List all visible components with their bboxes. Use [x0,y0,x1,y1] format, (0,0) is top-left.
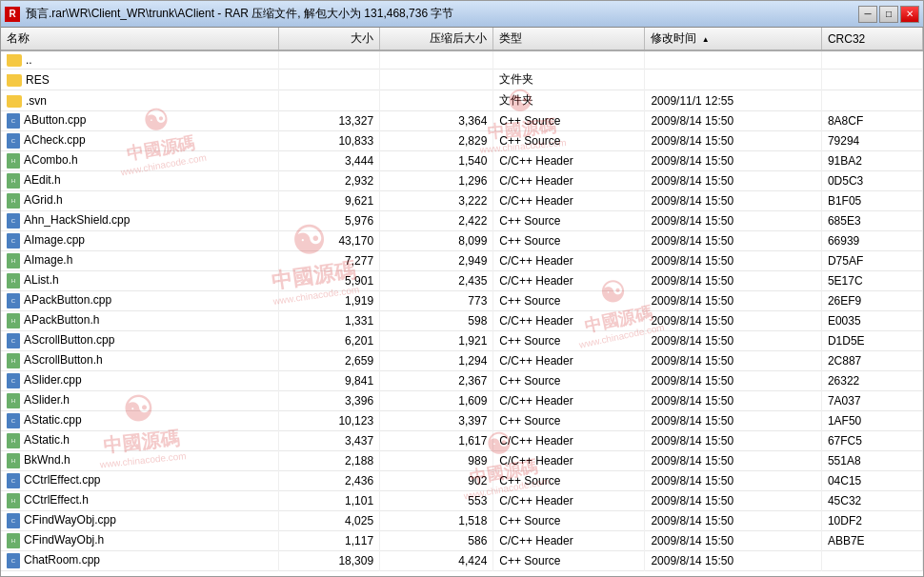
cell-modified: 2009/8/14 15:50 [645,151,822,171]
col-modified[interactable]: 修改时间 ▲ [645,28,822,50]
title-bar: R 预言.rar\WR\Client_WR\trunk\AClient - RA… [1,1,923,28]
cell-type: C/C++ Header [493,311,645,331]
cell-name: CAStatic.cpp [1,411,279,431]
cell-name: HAList.h [1,271,279,291]
rar-window: R 预言.rar\WR\Client_WR\trunk\AClient - RA… [0,0,924,577]
table-row[interactable]: CACheck.cpp10,8332,829C++ Source2009/8/1… [1,131,923,151]
table-row[interactable]: .svn文件夹2009/11/1 12:55 [1,90,923,111]
cell-type: C/C++ Header [493,251,645,271]
cell-name: HCCtrlEffect.h [1,491,279,511]
cell-modified: 2009/11/1 12:55 [645,90,822,111]
cell-compressed: 2,422 [380,211,493,231]
cell-compressed: 1,617 [380,431,493,451]
cell-compressed: 3,364 [380,111,493,131]
table-row[interactable]: CAScrollButton.cpp6,2011,921C++ Source20… [1,331,923,351]
cell-size: 6,201 [279,331,380,351]
table-row[interactable]: RES文件夹 [1,70,923,90]
cell-name: HASlider.h [1,391,279,411]
col-size[interactable]: 大小 [279,28,380,50]
table-row[interactable]: CASlider.cpp9,8412,367C++ Source2009/8/1… [1,371,923,391]
cell-name: .svn [1,90,279,111]
cell-name: CChatRoom.cpp [1,551,279,571]
cell-crc: 8A8CF [821,111,922,131]
cell-type: C++ Source [493,371,645,391]
cell-modified: 2009/8/14 15:50 [645,131,822,151]
table-row[interactable]: CAhn_HackShield.cpp5,9762,422C++ Source2… [1,211,923,231]
cell-compressed [380,90,493,111]
cell-type: C/C++ Header [493,191,645,211]
table-header-row: 名称 大小 压缩后大小 类型 修改时间 ▲ [1,28,923,50]
cell-compressed: 2,829 [380,131,493,151]
cell-crc: 1AF50 [821,411,922,431]
cell-crc: 45C32 [821,491,922,511]
cell-size: 2,188 [279,451,380,471]
cell-size: 2,659 [279,351,380,371]
cell-type: C++ Source [493,511,645,531]
table-row[interactable]: CCCtrlEffect.cpp2,436902C++ Source2009/8… [1,471,923,491]
table-row[interactable]: HAPackButton.h1,331598C/C++ Header2009/8… [1,311,923,331]
cell-name: HAImage.h [1,251,279,271]
cell-compressed: 2,367 [380,371,493,391]
cell-modified: 2009/8/14 15:50 [645,211,822,231]
cell-type: C/C++ Header [493,271,645,291]
table-row[interactable]: CAPackButton.cpp1,919773C++ Source2009/8… [1,291,923,311]
table-row[interactable]: HCFindWayObj.h1,117586C/C++ Header2009/8… [1,531,923,551]
table-row[interactable]: CChatRoom.cpp18,3094,424C++ Source2009/8… [1,551,923,571]
cell-crc: 66939 [821,231,922,251]
table-row[interactable]: HBkWnd.h2,188989C/C++ Header2009/8/14 15… [1,451,923,471]
close-button[interactable]: ✕ [900,6,919,23]
cell-crc: E0035 [821,311,922,331]
window-controls: ─ □ ✕ [858,6,919,23]
table-row[interactable]: HAList.h5,9012,435C/C++ Header2009/8/14 … [1,271,923,291]
table-row[interactable]: HAImage.h7,2772,949C/C++ Header2009/8/14… [1,251,923,271]
cell-compressed [380,50,493,70]
cell-name: CASlider.cpp [1,371,279,391]
cell-name: CACheck.cpp [1,131,279,151]
col-type[interactable]: 类型 [493,28,645,50]
cell-size [279,50,380,70]
cell-size: 1,101 [279,491,380,511]
table-row[interactable]: .. [1,50,923,70]
cell-size: 9,621 [279,191,380,211]
cell-crc [821,551,922,571]
cell-compressed: 598 [380,311,493,331]
table-row[interactable]: HAGrid.h9,6213,222C/C++ Header2009/8/14 … [1,191,923,211]
cell-type: 文件夹 [493,90,645,111]
cell-type: C++ Source [493,551,645,571]
minimize-button[interactable]: ─ [858,6,877,23]
cell-compressed: 1,921 [380,331,493,351]
table-row[interactable]: CCFindWayObj.cpp4,0251,518C++ Source2009… [1,511,923,531]
cell-compressed: 1,609 [380,391,493,411]
cell-modified: 2009/8/14 15:50 [645,391,822,411]
cell-size: 10,123 [279,411,380,431]
cell-type: C++ Source [493,231,645,251]
cell-size: 4,025 [279,511,380,531]
table-container[interactable]: ☯ 中國源碼 www.chinacode.com ☯ 中國源碼 www.chin… [1,28,923,576]
cell-type: C++ Source [493,291,645,311]
cell-size [279,90,380,111]
cell-modified: 2009/8/14 15:50 [645,351,822,371]
table-row[interactable]: CAImage.cpp43,1708,099C++ Source2009/8/1… [1,231,923,251]
table-row[interactable]: HACombo.h3,4441,540C/C++ Header2009/8/14… [1,151,923,171]
cell-type: C/C++ Header [493,351,645,371]
col-compressed[interactable]: 压缩后大小 [380,28,493,50]
maximize-button[interactable]: □ [879,6,898,23]
table-row[interactable]: CAButton.cpp13,3273,364C++ Source2009/8/… [1,111,923,131]
cell-type: C/C++ Header [493,531,645,551]
cell-crc: 2C887 [821,351,922,371]
table-row[interactable]: HASlider.h3,3961,609C/C++ Header2009/8/1… [1,391,923,411]
cell-size: 3,444 [279,151,380,171]
table-row[interactable]: CAStatic.cpp10,1233,397C++ Source2009/8/… [1,411,923,431]
table-row[interactable]: HAEdit.h2,9321,296C/C++ Header2009/8/14 … [1,171,923,191]
table-row[interactable]: HCCtrlEffect.h1,101553C/C++ Header2009/8… [1,491,923,511]
cell-type: C/C++ Header [493,451,645,471]
col-name[interactable]: 名称 [1,28,279,50]
col-crc[interactable]: CRC32 [821,28,922,50]
cell-modified: 2009/8/14 15:50 [645,191,822,211]
cell-crc: D75AF [821,251,922,271]
table-row[interactable]: HAScrollButton.h2,6591,294C/C++ Header20… [1,351,923,371]
cell-modified: 2009/8/14 15:50 [645,431,822,451]
cell-type: C/C++ Header [493,391,645,411]
cell-name: .. [1,50,279,70]
table-row[interactable]: HAStatic.h3,4371,617C/C++ Header2009/8/1… [1,431,923,451]
